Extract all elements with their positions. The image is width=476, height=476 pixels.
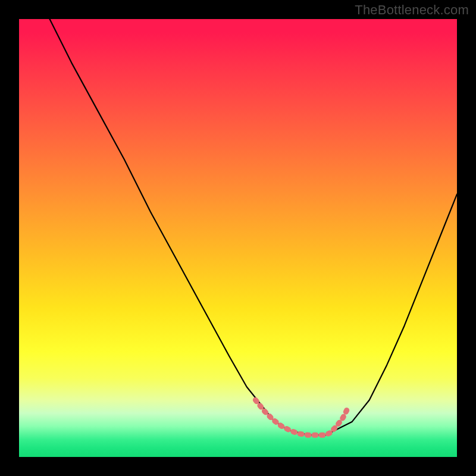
bottom-highlight [255,400,347,435]
watermark-text: TheBottleneck.com [355,2,469,18]
curve-overlay [19,19,457,457]
plot-area [19,19,457,457]
chart-frame: TheBottleneck.com [0,0,476,476]
bottleneck-curve [50,19,458,435]
